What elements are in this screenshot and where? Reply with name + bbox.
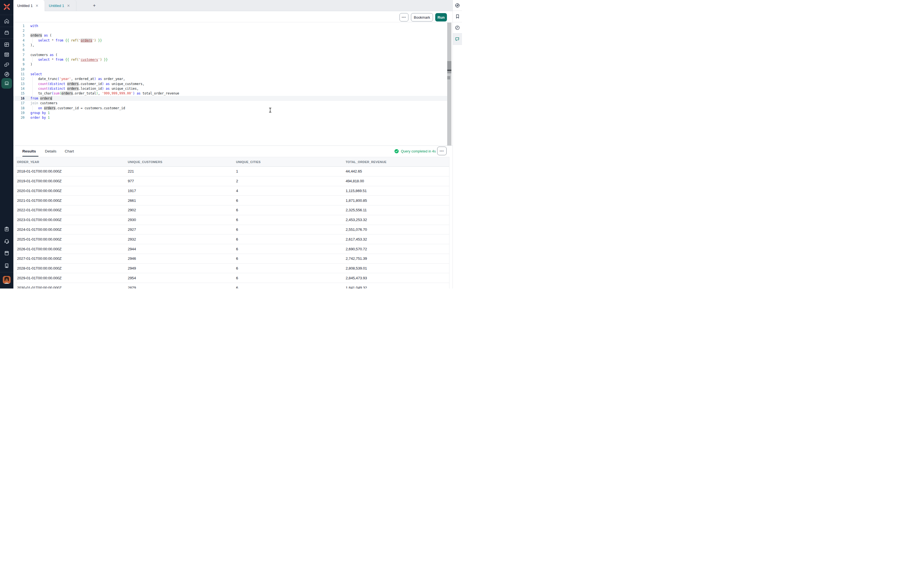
code-line[interactable]: 10 [13,67,447,72]
code-line[interactable]: 13 count(distinct orders.customer_id) as… [13,81,447,86]
editor-scrollbar[interactable] [447,23,451,145]
column-header[interactable]: UNIQUE_CITIES [235,160,345,164]
table-cell[interactable]: 1,115,869.51 [345,189,449,193]
code-text[interactable]: select [31,72,42,76]
table-cell[interactable]: 2,551,076.70 [345,227,449,232]
column-header[interactable]: UNIQUE_CUSTOMERS [127,160,235,164]
code-line[interactable]: 14 count(distinct orders.location_id) as… [13,86,447,91]
table-cell[interactable]: 6 [235,266,345,271]
code-line[interactable]: 7customers as ( [13,52,447,57]
table-cell[interactable]: 2027-01-01T00:00:00.000Z [16,256,127,261]
code-line[interactable]: 2 [13,28,447,33]
table-cell[interactable]: 6 [235,227,345,232]
table-cell[interactable]: 6 [235,276,345,280]
table-cell[interactable]: 2661 [127,198,235,203]
table-cell[interactable]: 2021-01-01T00:00:00.000Z [16,198,127,203]
code-text[interactable]: count(distinct orders.customer_id) as un… [31,82,144,86]
code-line[interactable]: 20order by 1 [13,115,447,120]
table-cell[interactable]: 2,617,453.32 [345,237,449,242]
close-icon[interactable]: ✕ [67,4,70,8]
code-line[interactable]: 19group by 1 [13,110,447,115]
code-text[interactable]: with [31,24,38,28]
right-rail-history[interactable] [453,22,462,33]
table-cell[interactable]: 2879 [127,286,235,288]
table-row[interactable]: 2030-01-01T00:00:00.000Z287961,841,049.3… [16,283,449,288]
table-cell[interactable]: 2930 [127,218,235,222]
code-text[interactable]: ) [31,63,32,66]
table-cell[interactable]: 2030-01-01T00:00:00.000Z [16,286,127,288]
table-row[interactable]: 2022-01-01T00:00:00.000Z290262,325,556.1… [16,205,449,215]
table-cell[interactable]: 1917 [127,189,235,193]
user-avatar[interactable] [3,276,11,284]
table-cell[interactable]: 1,841,049.32 [345,286,449,288]
table-cell[interactable]: 2025-01-01T00:00:00.000Z [16,237,127,242]
code-line[interactable]: 4 select * from {{ ref('orders') }} [13,38,447,43]
new-tab-button[interactable]: + [91,2,98,9]
table-cell[interactable]: 6 [235,286,345,288]
sidebar-item-collections[interactable] [0,29,13,36]
tab-untitled-1[interactable]: Untitled 1 ✕ [13,0,45,11]
sidebar-item-support[interactable] [0,237,13,245]
bookmark-button[interactable]: Bookmark [411,13,433,21]
table-cell[interactable]: 2026-01-01T00:00:00.000Z [16,247,127,251]
table-cell[interactable]: 2902 [127,208,235,212]
code-text[interactable]: to_char(sum(orders.order_total), '999,99… [31,92,179,95]
code-text[interactable]: ), [31,43,34,47]
code-text[interactable]: select * from {{ ref('customers') }} [31,58,108,61]
table-row[interactable]: 2021-01-01T00:00:00.000Z266161,871,800.8… [16,196,449,205]
code-line[interactable]: 17join customers [13,101,447,106]
code-line[interactable]: 16from orders [13,96,447,101]
table-cell[interactable]: 2022-01-01T00:00:00.000Z [16,208,127,212]
table-cell[interactable]: 2,325,556.11 [345,208,449,212]
table-cell[interactable]: 2,808,539.01 [345,266,449,271]
scrollbar-thumb[interactable] [447,61,451,73]
table-cell[interactable]: 2,742,751.39 [345,256,449,261]
table-cell[interactable]: 2029-01-01T00:00:00.000Z [16,276,127,280]
code-line[interactable]: 15 to_char(sum(orders.order_total), '999… [13,91,447,96]
table-cell[interactable]: 2949 [127,266,235,271]
table-row[interactable]: 2020-01-01T00:00:00.000Z191741,115,869.5… [16,186,449,196]
code-line[interactable]: 6 [13,48,447,52]
table-cell[interactable]: 977 [127,179,235,183]
tab-untitled-2[interactable]: Untitled 1 ✕ [45,0,76,11]
table-cell[interactable]: 2024-01-01T00:00:00.000Z [16,227,127,232]
sidebar-item-changelog[interactable] [0,226,13,233]
column-header[interactable]: TOTAL_ORDER_REVENUE [345,160,449,164]
code-line[interactable]: 9) [13,62,447,67]
column-header[interactable]: ORDER_YEAR [16,160,127,164]
table-cell[interactable]: 2944 [127,247,235,251]
table-cell[interactable]: 2019-01-01T00:00:00.000Z [16,179,127,183]
table-row[interactable]: 2029-01-01T00:00:00.000Z295462,845,473.9… [16,273,449,283]
table-cell[interactable]: 6 [235,256,345,261]
code-line[interactable]: 1with [13,23,447,28]
table-cell[interactable]: 2946 [127,256,235,261]
close-icon[interactable]: ✕ [36,4,39,8]
code-text[interactable]: order by 1 [31,116,50,119]
code-text[interactable]: orders as ( [31,34,52,37]
table-row[interactable]: 2019-01-01T00:00:00.000Z9772494,818.00 [16,176,449,186]
code-line[interactable]: 5), [13,43,447,47]
right-rail-magic-chat[interactable] [453,34,462,45]
table-cell[interactable]: 44,442.65 [345,169,449,173]
tab-results[interactable]: Results [22,146,36,157]
run-button[interactable]: Run [435,13,447,21]
sidebar-item-apps[interactable] [0,41,13,48]
sidebar-item-code[interactable] [0,51,13,58]
table-cell[interactable]: 1 [235,169,345,173]
code-text[interactable]: count(distinct orders.location_id) as un… [31,87,139,90]
sidebar-item-components[interactable] [0,61,13,68]
table-cell[interactable]: 2 [235,179,345,183]
table-cell[interactable]: 2,845,473.93 [345,276,449,280]
table-cell[interactable]: 2954 [127,276,235,280]
sidebar-item-home[interactable] [0,18,13,25]
code-text[interactable]: group by 1 [31,111,50,115]
table-cell[interactable]: 2018-01-01T00:00:00.000Z [16,169,127,173]
more-options-button[interactable]: ••• [399,13,409,21]
table-row[interactable]: 2025-01-01T00:00:00.000Z293262,617,453.3… [16,234,449,244]
right-rail-bookmarks[interactable] [453,11,462,22]
code-line[interactable]: 18 on orders.customer_id = customers.cus… [13,106,447,110]
table-cell[interactable]: 6 [235,237,345,242]
code-line[interactable]: 11select [13,72,447,76]
hex-logo[interactable] [0,2,13,11]
sidebar-item-docs[interactable] [0,250,13,257]
